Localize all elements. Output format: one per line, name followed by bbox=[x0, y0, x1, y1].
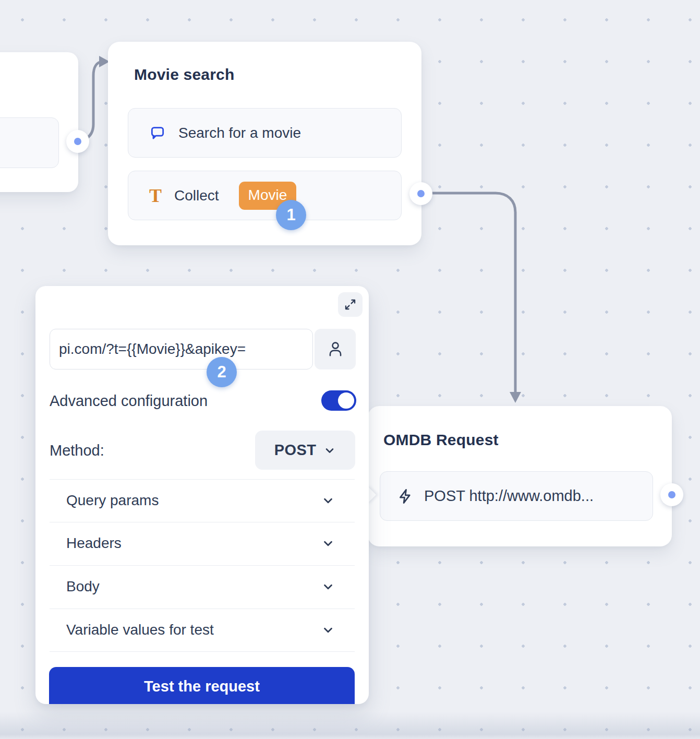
section-label: Headers bbox=[66, 535, 122, 552]
section-label: Body bbox=[66, 578, 100, 595]
omdb-request-title: OMDB Request bbox=[383, 431, 499, 449]
collect-label: Collect bbox=[174, 187, 219, 204]
method-dropdown[interactable]: POST bbox=[255, 431, 355, 470]
method-label: Method: bbox=[50, 442, 104, 459]
test-request-button[interactable]: Test the request bbox=[49, 667, 355, 704]
toggle-knob bbox=[338, 392, 354, 409]
expand-icon bbox=[344, 298, 357, 311]
chevron-down-icon bbox=[321, 623, 335, 637]
divider bbox=[50, 651, 355, 652]
text-input-icon: T bbox=[149, 188, 162, 204]
section-variable-values[interactable]: Variable values for test bbox=[50, 609, 355, 651]
step-badge-2: 2 bbox=[207, 357, 237, 387]
output-port-movie-search[interactable] bbox=[409, 182, 432, 205]
webhook-url-label: POST http://www.omdb... bbox=[424, 487, 594, 505]
connector-left-to-movie-search bbox=[79, 62, 102, 141]
advanced-configuration-label: Advanced configuration bbox=[50, 392, 208, 410]
section-label: Query params bbox=[66, 492, 159, 509]
partial-node-row[interactable] bbox=[0, 117, 59, 168]
omdb-request-node[interactable]: OMDB Request POST http://www.omdb... bbox=[368, 406, 672, 546]
lightning-icon bbox=[397, 488, 414, 505]
send-message-block[interactable]: Search for a movie bbox=[128, 108, 402, 158]
chevron-down-icon bbox=[321, 494, 335, 507]
section-label: Variable values for test bbox=[66, 622, 214, 638]
send-message-label: Search for a movie bbox=[178, 125, 301, 141]
section-headers[interactable]: Headers bbox=[50, 522, 355, 565]
partial-node-card[interactable] bbox=[0, 52, 78, 192]
port-ring bbox=[74, 138, 81, 145]
person-icon bbox=[326, 340, 345, 359]
movie-search-title: Movie search bbox=[134, 66, 235, 84]
webhook-block[interactable]: POST http://www.omdb... bbox=[380, 471, 653, 521]
connector-movie-search-to-omdb bbox=[427, 193, 515, 392]
port-ring bbox=[668, 491, 675, 498]
flow-canvas: Movie search Search for a movie T Collec… bbox=[0, 0, 700, 739]
url-input[interactable]: pi.com/?t={{Movie}}&apikey= bbox=[50, 329, 313, 370]
chat-bubble-icon bbox=[149, 125, 166, 141]
advanced-configuration-toggle[interactable] bbox=[321, 390, 356, 411]
collect-input-block[interactable]: T Collect Movie bbox=[128, 171, 402, 220]
method-value: POST bbox=[274, 442, 317, 459]
section-query-params[interactable]: Query params bbox=[50, 479, 355, 522]
user-variable-button[interactable] bbox=[315, 329, 356, 370]
chevron-down-icon bbox=[323, 444, 336, 457]
chevron-down-icon bbox=[321, 580, 335, 593]
section-body[interactable]: Body bbox=[50, 565, 355, 608]
output-port-omdb-request[interactable] bbox=[660, 483, 683, 506]
chevron-down-icon bbox=[321, 537, 335, 550]
output-port-left-node[interactable] bbox=[66, 130, 89, 153]
expand-button[interactable] bbox=[338, 292, 363, 317]
movie-search-node[interactable]: Movie search Search for a movie T Collec… bbox=[108, 42, 421, 245]
webhook-config-panel: pi.com/?t={{Movie}}&apikey= Advanced con… bbox=[35, 286, 369, 704]
step-badge-1: 1 bbox=[276, 200, 306, 230]
connector-arrowhead-down bbox=[510, 392, 521, 403]
port-ring bbox=[417, 190, 425, 197]
